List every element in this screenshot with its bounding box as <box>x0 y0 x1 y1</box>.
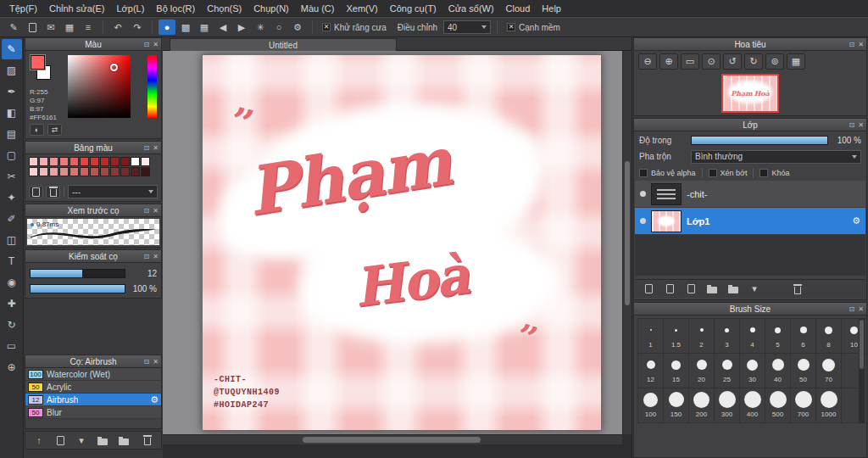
menu-item[interactable]: Xem(V) <box>340 2 383 15</box>
brush-list-item[interactable]: 50Blur <box>25 406 161 419</box>
layer-opacity-slider[interactable] <box>691 136 828 145</box>
gradient-tool[interactable]: ▤ <box>2 124 22 144</box>
layer-visibility-dot[interactable] <box>640 218 646 224</box>
brush-size-cell[interactable]: 30 <box>740 354 765 388</box>
palette-swatch[interactable] <box>49 167 58 176</box>
close-panel-icon[interactable]: ✕ <box>858 305 864 313</box>
foreground-color-swatch[interactable] <box>31 55 45 70</box>
palette-swatch[interactable] <box>120 157 130 166</box>
brush-size-cell[interactable]: 500 <box>765 388 790 422</box>
menu-item[interactable]: Tệp(F) <box>3 2 43 15</box>
layer-option-checkbox[interactable]: Khóa <box>760 169 789 177</box>
menu-item[interactable]: Chỉnh sửa(E) <box>43 2 110 15</box>
scrollbar-thumb[interactable] <box>625 161 630 305</box>
brush-size-cell[interactable]: 300 <box>715 388 739 422</box>
new-layer-folder-icon[interactable] <box>704 282 721 297</box>
layer-option-checkbox[interactable]: Bảo vệ alpha <box>639 169 696 177</box>
palette-swatch[interactable] <box>70 167 79 176</box>
magic-wand-tool[interactable]: ✦ <box>2 187 22 208</box>
brush-size-cell[interactable]: 70 <box>816 354 841 388</box>
brush-size-cell[interactable]: 150 <box>664 388 688 422</box>
snap-radial-icon[interactable]: ✳ <box>252 20 269 35</box>
pixel-grid-icon[interactable]: ▦ <box>196 20 213 35</box>
navigator-thumbnail[interactable]: Phạm Hoà <box>721 74 779 113</box>
delete-swatch-icon[interactable] <box>46 186 60 198</box>
comment-icon[interactable]: ✉ <box>42 20 59 35</box>
hue-slider[interactable] <box>147 55 157 118</box>
prev-snap-icon[interactable]: ◀ <box>214 20 231 35</box>
palette-swatch[interactable] <box>141 167 150 176</box>
zoom-100-icon[interactable]: ⊙ <box>702 53 721 70</box>
color-picker-marker[interactable] <box>110 64 118 71</box>
palette-swatch[interactable] <box>131 167 140 176</box>
brush-size-cell[interactable]: 6 <box>791 319 815 353</box>
palette-swatch[interactable] <box>49 157 58 166</box>
antialias-checkbox[interactable]: ✕ Khử răng cưa <box>322 23 387 32</box>
zoom-tool[interactable]: ⊕ <box>2 357 22 377</box>
brush-size-cell[interactable]: 400 <box>740 388 765 422</box>
zoom-in-icon[interactable]: ⊕ <box>659 53 678 70</box>
palette-swatch[interactable] <box>110 157 120 166</box>
brush-size-cell[interactable]: 20 <box>689 354 714 388</box>
menu-item[interactable]: Màu (C) <box>295 2 341 15</box>
close-panel-icon[interactable]: ✕ <box>858 41 864 48</box>
float-panel-icon[interactable]: ⊡ <box>144 144 150 152</box>
palette-swatch[interactable] <box>120 167 130 176</box>
grid-view-icon[interactable]: ▦ <box>61 20 78 35</box>
panel-layout-icon[interactable]: ≡ <box>80 20 97 35</box>
delete-layer-icon[interactable] <box>789 282 806 297</box>
brush-folder-icon[interactable] <box>94 433 111 448</box>
next-snap-icon[interactable]: ▶ <box>233 20 250 35</box>
close-panel-icon[interactable]: ✕ <box>153 41 159 48</box>
brush-list-item[interactable]: 100Watercolor (Wet) <box>25 368 161 381</box>
palette-swatch[interactable] <box>39 157 48 166</box>
brush-size-cell[interactable]: 3 <box>715 319 739 353</box>
brush-size-cell[interactable]: 700 <box>791 388 815 422</box>
menu-item[interactable]: Cloud <box>500 2 537 15</box>
palette-swatch[interactable] <box>59 167 69 176</box>
float-panel-icon[interactable]: ⊡ <box>849 121 855 129</box>
brush-tool[interactable]: ✎ <box>2 39 22 59</box>
brush-size-cell[interactable]: 40 <box>765 354 790 388</box>
brush-menu-icon[interactable]: ▾ <box>73 433 90 448</box>
redo-button[interactable]: ↷ <box>129 20 146 35</box>
eraser-mode-icon[interactable]: ▩ <box>177 20 194 35</box>
brush-size-cell[interactable]: 1000 <box>816 388 841 422</box>
menu-item[interactable]: Help <box>536 2 567 15</box>
snapshot-icon[interactable]: ▦ <box>787 53 805 70</box>
import-layer-icon[interactable] <box>682 282 699 297</box>
palette-swatch[interactable] <box>59 157 69 166</box>
brush-list-item[interactable]: 50Acrylic <box>25 381 161 394</box>
export-brush-icon[interactable]: ↑ <box>31 433 47 448</box>
float-panel-icon[interactable]: ⊡ <box>144 358 150 366</box>
menu-item[interactable]: Chọn(S) <box>201 2 248 15</box>
move-tool[interactable]: ✚ <box>2 293 22 314</box>
select-pen-tool[interactable]: ✐ <box>2 209 22 229</box>
palette-swatch[interactable] <box>80 157 89 166</box>
clipboard-icon[interactable] <box>24 20 41 35</box>
float-panel-icon[interactable]: ⊡ <box>144 41 150 48</box>
brush-list-item[interactable]: 12Airbrush⚙ <box>25 394 161 406</box>
horizontal-scrollbar[interactable] <box>163 434 622 444</box>
new-layer-icon[interactable] <box>640 282 657 297</box>
brush-size-cell[interactable]: 25 <box>715 354 739 388</box>
close-panel-icon[interactable]: ✕ <box>153 144 159 152</box>
palette-swatch[interactable] <box>29 167 38 176</box>
brush-size-cell[interactable]: 5 <box>765 319 790 353</box>
scrollbar-thumb[interactable] <box>860 320 864 369</box>
soft-edge-checkbox[interactable]: ✕ Cạnh mềm <box>507 23 560 32</box>
palette-swatch[interactable] <box>131 157 140 166</box>
brush-size-cell[interactable]: 100 <box>638 388 663 422</box>
layer-option-checkbox[interactable]: Xén bớt <box>709 169 748 177</box>
palette-swatch[interactable] <box>90 157 99 166</box>
brush-group-icon[interactable] <box>115 433 132 448</box>
palette-swatch[interactable] <box>100 157 109 166</box>
palette-swatch[interactable] <box>110 167 120 176</box>
close-panel-icon[interactable]: ✕ <box>153 358 159 366</box>
swap-colors-icon[interactable]: ⇄ <box>47 124 62 136</box>
brush-size-cell[interactable]: 200 <box>689 388 714 422</box>
float-panel-icon[interactable]: ⊡ <box>144 253 150 260</box>
zoom-out-icon[interactable]: ⊖ <box>638 53 657 70</box>
new-brush-icon[interactable] <box>52 433 69 448</box>
palette-set-dropdown[interactable]: --- <box>68 185 158 198</box>
